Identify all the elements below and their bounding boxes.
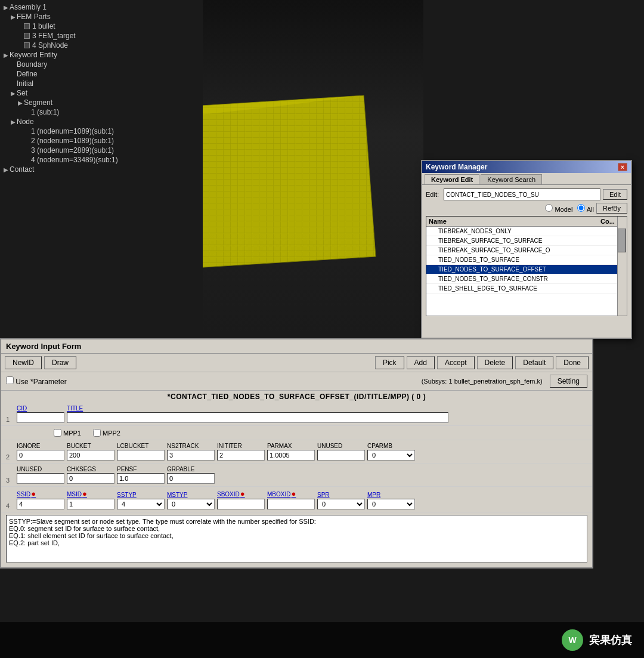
draw-button[interactable]: Draw xyxy=(44,356,76,369)
km-list-item-4[interactable]: TIED_NODES_TO_SURFACE_OFFSET xyxy=(426,265,627,274)
sboxid-input[interactable] xyxy=(217,499,265,509)
tree-item-set[interactable]: ▶Set xyxy=(11,88,199,98)
km-list-item-6[interactable]: TIED_SHELL_EDGE_TO_SURFACE xyxy=(426,284,627,294)
tree-checkbox-bullet[interactable] xyxy=(24,23,30,29)
sstyp-select[interactable]: 4 0 1 2 3 xyxy=(117,499,165,509)
tree-item-fem-target[interactable]: 3 FEM_target xyxy=(18,31,199,41)
mpp1-checkbox[interactable] xyxy=(54,429,61,437)
tree-item-boundary[interactable]: Boundary xyxy=(11,60,199,69)
grpable-input[interactable] xyxy=(167,473,215,484)
field-group-1: 1 CID TITLE xyxy=(6,404,587,424)
mpp1-label[interactable]: MPP1 xyxy=(54,429,81,437)
msid-label[interactable]: MSID● xyxy=(67,489,87,498)
cid-input[interactable] xyxy=(17,412,64,423)
inititer-input[interactable] xyxy=(217,450,265,461)
spr-label[interactable]: SPR xyxy=(317,492,330,498)
tree-checkbox-fem-target[interactable] xyxy=(24,33,30,39)
tree-item-initial[interactable]: Initial xyxy=(11,79,199,88)
tree-item-fem-parts[interactable]: ▶FEM Parts xyxy=(11,12,199,21)
tree-item-segment[interactable]: ▶Segment xyxy=(18,98,199,107)
title-label[interactable]: TITLE xyxy=(67,405,83,412)
mpp2-checkbox[interactable] xyxy=(93,429,101,437)
ssid-input[interactable] xyxy=(17,499,64,509)
mstyp-select[interactable]: 0 1 2 xyxy=(167,499,215,509)
ssid-label[interactable]: SSID● xyxy=(17,489,36,498)
tree-item-keyword-entity[interactable]: ▶Keyword Entity xyxy=(4,50,199,60)
delete-button[interactable]: Delete xyxy=(477,356,513,369)
km-edit-input[interactable] xyxy=(444,189,600,200)
tree-item-define[interactable]: Define xyxy=(11,69,199,79)
km-close-button[interactable]: × xyxy=(618,163,627,171)
lcbucket-label: LCBUCKET xyxy=(117,443,148,449)
mstyp-label[interactable]: MSTYP xyxy=(167,492,187,498)
mpp1-text: MPP1 xyxy=(63,430,81,437)
form-row-4: 4 SSID● MSID● SSTYP 4 0 1 2 3 MST xyxy=(1,487,592,512)
pick-button[interactable]: Pick xyxy=(375,356,404,369)
tree-item-bullet[interactable]: 1 bullet xyxy=(18,21,199,31)
ns2track-input[interactable] xyxy=(167,450,215,461)
mboxid-input[interactable] xyxy=(267,499,315,509)
default-button[interactable]: Default xyxy=(515,356,553,369)
km-list-item-5[interactable]: TIED_NODES_TO_SURFACE_CONSTR xyxy=(426,274,627,284)
brand-name: 宾果仿真 xyxy=(589,633,632,647)
spr-select[interactable]: 0 1 xyxy=(317,499,365,509)
km-refby-button[interactable]: RefBy xyxy=(596,203,627,214)
tab-keyword-edit[interactable]: Keyword Edit xyxy=(425,174,479,184)
mpr-select[interactable]: 0 1 xyxy=(367,499,415,509)
cid-label[interactable]: CID xyxy=(17,405,27,412)
mboxid-label[interactable]: MBOXID● xyxy=(267,489,296,498)
param-checkbox-label[interactable]: Use *Parameter xyxy=(6,376,67,386)
km-list-item-2[interactable]: TIEBREAK_SURFACE_TO_SURFACE_O xyxy=(426,246,627,255)
km-list-item-0[interactable]: TIEBREAK_NODES_ONLY xyxy=(426,227,627,236)
parmax-input[interactable] xyxy=(267,450,315,461)
done-button[interactable]: Done xyxy=(556,356,589,369)
accept-button[interactable]: Accept xyxy=(437,356,475,369)
newid-button[interactable]: NewID xyxy=(5,356,42,369)
radio-model-label[interactable]: Model xyxy=(545,204,572,213)
field-parmax: PARMAX xyxy=(267,443,315,461)
add-button[interactable]: Add xyxy=(407,356,435,369)
tree-item-segment-sub1[interactable]: 1 (sub:1) xyxy=(25,107,199,117)
tree-item-node[interactable]: ▶Node xyxy=(11,117,199,126)
unused2-input[interactable] xyxy=(317,450,365,461)
tree-panel: ▶Assembly 1▶FEM Parts1 bullet3 FEM_targe… xyxy=(0,0,203,334)
kif-title: Keyword Input Form xyxy=(6,342,81,351)
setting-button[interactable]: Setting xyxy=(550,375,587,388)
field-ns2track: NS2TRACK xyxy=(167,443,215,461)
watermark-bar: W 宾果仿真 xyxy=(0,622,644,658)
lcbucket-input[interactable] xyxy=(117,450,165,461)
sstyp-label[interactable]: SSTYP xyxy=(117,492,137,498)
tree-item-assembly1[interactable]: ▶Assembly 1 xyxy=(4,2,199,12)
msid-dot: ● xyxy=(82,489,87,498)
ignore-input[interactable] xyxy=(17,450,64,461)
km-list-item-3[interactable]: TIED_NODES_TO_SURFACE xyxy=(426,255,627,265)
mpr-label[interactable]: MPR xyxy=(367,492,380,498)
pensf-input[interactable] xyxy=(117,473,165,484)
mpp2-label[interactable]: MPP2 xyxy=(93,429,120,437)
msid-input[interactable] xyxy=(67,499,114,509)
tree-item-sphnode[interactable]: 4 SphNode xyxy=(18,41,199,50)
tree-item-node4[interactable]: 4 (nodenum=33489)(sub:1) xyxy=(25,155,199,165)
tab-keyword-search[interactable]: Keyword Search xyxy=(481,174,542,184)
title-input[interactable] xyxy=(67,412,448,423)
km-edit-button[interactable]: Edit xyxy=(603,189,627,200)
km-scroll-thumb[interactable] xyxy=(618,228,626,252)
radio-all[interactable] xyxy=(577,204,585,212)
tree-item-node1[interactable]: 1 (nodenum=1089)(sub:1) xyxy=(25,126,199,136)
km-list-item-1[interactable]: TIEBREAK_SURFACE_TO_SURFACE xyxy=(426,236,627,246)
ssid-dot: ● xyxy=(31,489,36,498)
radio-all-label[interactable]: All xyxy=(577,204,594,213)
tree-checkbox-sphnode[interactable] xyxy=(24,42,30,48)
radio-model[interactable] xyxy=(545,204,553,212)
km-scrollbar[interactable] xyxy=(617,217,627,316)
bucket-input[interactable] xyxy=(67,450,114,461)
tree-item-node2[interactable]: 2 (nodenum=1089)(sub:1) xyxy=(25,136,199,146)
cparmb-select[interactable]: 0 xyxy=(367,450,415,461)
unused3a-input[interactable] xyxy=(17,473,64,484)
tree-item-node3[interactable]: 3 (nodenum=2889)(sub:1) xyxy=(25,146,199,155)
sboxid-label[interactable]: SBOXID● xyxy=(217,489,245,498)
chksegs-input[interactable] xyxy=(67,473,114,484)
tree-arrow-assembly1: ▶ xyxy=(4,4,8,11)
param-checkbox[interactable] xyxy=(6,376,14,384)
tree-item-contact[interactable]: ▶Contact xyxy=(4,165,199,174)
